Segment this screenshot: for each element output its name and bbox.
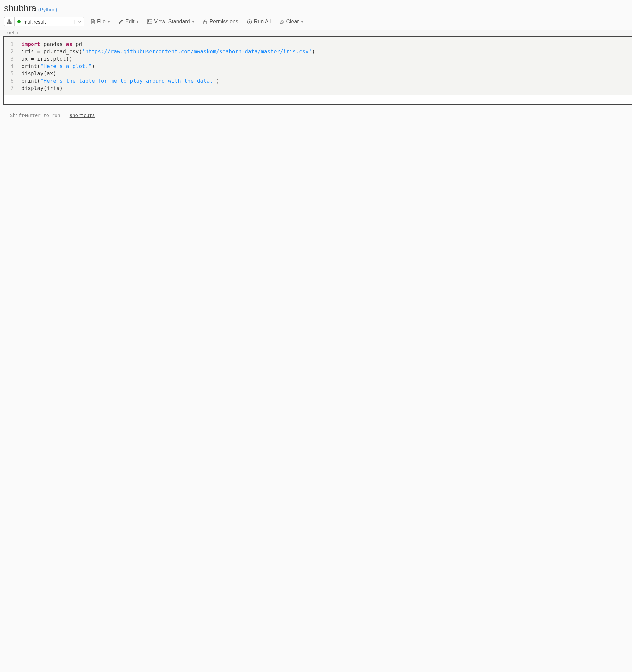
line-number: 3 <box>4 55 14 63</box>
line-number: 7 <box>4 85 14 92</box>
code-line[interactable]: display(iris) <box>21 85 632 92</box>
chevron-down-icon <box>78 21 81 23</box>
code-editor[interactable]: 1234567 import pandas as pdiris = pd.rea… <box>4 38 632 95</box>
svg-rect-0 <box>9 20 10 21</box>
line-number: 6 <box>4 77 14 85</box>
permissions-label: Permissions <box>210 19 238 25</box>
notebook-title: shubhra <box>4 3 37 14</box>
caret-down-icon: ▾ <box>301 20 303 24</box>
caret-down-icon: ▾ <box>108 20 110 24</box>
code-line[interactable]: display(ax) <box>21 70 632 77</box>
notebook-language[interactable]: (Python) <box>39 7 57 12</box>
svg-rect-1 <box>7 23 8 24</box>
line-number: 2 <box>4 48 14 55</box>
line-number: 1 <box>4 41 14 48</box>
code-line[interactable]: print("Here's a plot.") <box>21 63 632 70</box>
file-menu[interactable]: File ▾ <box>90 19 110 25</box>
view-menu[interactable]: View: Standard ▾ <box>147 19 194 25</box>
svg-rect-2 <box>9 23 10 24</box>
code-line[interactable]: iris = pd.read_csv('https://raw.githubus… <box>21 48 632 55</box>
clear-label: Clear <box>286 19 299 25</box>
svg-rect-13 <box>203 22 206 24</box>
cell-label: Cmd 1 <box>0 30 632 37</box>
image-icon <box>147 19 152 24</box>
edit-icon <box>118 19 124 24</box>
file-label: File <box>97 19 106 25</box>
permissions-button[interactable]: Permissions <box>202 19 238 25</box>
edit-label: Edit <box>125 19 135 25</box>
eraser-icon <box>279 19 285 24</box>
clear-menu[interactable]: Clear ▾ <box>279 19 303 25</box>
svg-line-16 <box>281 21 283 23</box>
lock-icon <box>202 19 208 24</box>
edit-menu[interactable]: Edit ▾ <box>118 19 139 25</box>
run-hint: Shift+Enter to run <box>10 113 60 118</box>
play-circle-icon <box>247 19 252 24</box>
toolbar: multiresult | File ▾ <box>0 15 632 30</box>
caret-down-icon: ▾ <box>192 20 194 24</box>
cell-footer <box>4 95 632 104</box>
code-cell[interactable]: 1234567 import pandas as pdiris = pd.rea… <box>3 37 632 105</box>
svg-rect-11 <box>147 20 152 24</box>
shortcuts-row: Shift+Enter to run shortcuts <box>0 105 632 118</box>
attach-detach-button[interactable] <box>4 17 15 26</box>
svg-marker-15 <box>249 21 250 23</box>
runall-button[interactable]: Run All <box>247 19 271 25</box>
hierarchy-icon <box>7 19 12 24</box>
cluster-selector-group: multiresult | <box>4 17 84 26</box>
header: shubhra (Python) <box>0 0 632 15</box>
svg-point-12 <box>148 21 149 22</box>
cluster-dropdown[interactable]: multiresult | <box>15 17 84 26</box>
line-number: 5 <box>4 70 14 77</box>
menu-items: File ▾ Edit ▾ View: Standard ▾ <box>90 19 303 25</box>
code-line[interactable]: print("Here's the table for me to play a… <box>21 77 632 85</box>
code-line[interactable]: import pandas as pd <box>21 41 632 48</box>
cluster-name: multiresult <box>23 19 71 25</box>
code-content[interactable]: import pandas as pdiris = pd.read_csv('h… <box>17 41 632 92</box>
cell-container: Cmd 1 1234567 import pandas as pdiris = … <box>0 30 632 105</box>
runall-label: Run All <box>254 19 271 25</box>
divider: | <box>74 19 75 24</box>
shortcuts-link[interactable]: shortcuts <box>70 113 95 118</box>
view-label: View: Standard <box>154 19 190 25</box>
caret-down-icon: ▾ <box>137 20 138 24</box>
status-dot-icon <box>17 20 21 23</box>
code-line[interactable]: ax = iris.plot() <box>21 55 632 63</box>
file-icon <box>90 19 96 24</box>
line-number: 4 <box>4 63 14 70</box>
svg-rect-3 <box>10 23 11 24</box>
line-number-gutter: 1234567 <box>4 41 17 92</box>
